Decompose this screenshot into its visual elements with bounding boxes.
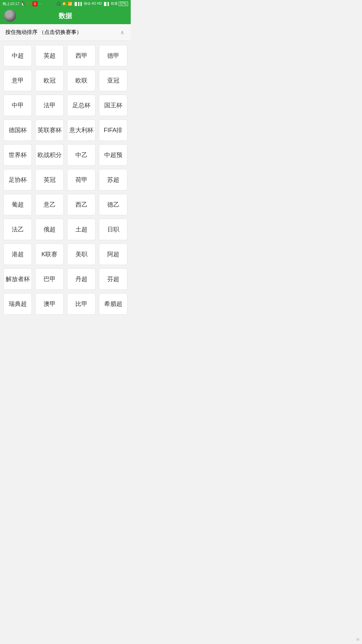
league-item[interactable]: 中超 — [3, 45, 32, 66]
app-icon-1: 🐧 — [20, 1, 25, 6]
league-item[interactable]: 丹超 — [67, 268, 96, 290]
league-item[interactable]: 瑞典超 — [3, 293, 32, 315]
league-item[interactable]: 荷甲 — [67, 169, 96, 191]
league-item[interactable]: FIFA排 — [99, 119, 127, 141]
league-item[interactable]: 西甲 — [67, 45, 96, 66]
league-item[interactable]: 意乙 — [35, 194, 64, 215]
avatar-image — [4, 10, 16, 22]
status-time: 晚上10:17 🐧 🌿 京 ··· — [3, 1, 42, 6]
sort-main-label: 按住拖动排序 — [5, 29, 38, 35]
league-item[interactable]: 足协杯 — [3, 169, 32, 191]
battery-icon: 57% — [119, 2, 128, 6]
league-item[interactable]: 解放者杯 — [3, 268, 32, 290]
league-item[interactable]: 希腊超 — [99, 293, 127, 315]
league-item[interactable]: 美职 — [67, 244, 96, 265]
league-grid: 中超英超西甲德甲意甲欧冠欧联亚冠中甲法甲足总杯国王杯德国杯英联赛杯意大利杯FIF… — [0, 41, 131, 319]
league-item[interactable]: 俄超 — [35, 219, 64, 240]
ellipsis: ··· — [39, 2, 42, 6]
time-display: 晚上10:17 — [3, 1, 19, 6]
league-item[interactable]: 世界杯 — [3, 144, 32, 166]
league-item[interactable]: 中乙 — [67, 144, 96, 166]
league-item[interactable]: 德国杯 — [3, 119, 32, 141]
league-item[interactable]: 西乙 — [67, 194, 96, 215]
league-item[interactable]: 中超预 — [99, 144, 127, 166]
league-item[interactable]: 法乙 — [3, 219, 32, 240]
alarm-icon: 🔔 — [62, 2, 67, 6]
league-item[interactable]: 足总杯 — [67, 95, 96, 116]
collapse-icon[interactable]: ∧ — [119, 30, 125, 36]
league-item[interactable]: 比甲 — [67, 293, 96, 315]
league-item[interactable]: 澳甲 — [35, 293, 64, 315]
league-item[interactable]: 欧战积分 — [35, 144, 64, 166]
league-item[interactable]: 巴甲 — [35, 268, 64, 290]
league-item[interactable]: K联赛 — [35, 244, 64, 265]
sort-bar: 按住拖动排序 （点击切换赛事） ∧ — [0, 24, 131, 41]
league-item[interactable]: 欧冠 — [35, 70, 64, 91]
league-item[interactable]: 港超 — [3, 244, 32, 265]
avatar[interactable] — [4, 10, 16, 22]
league-item[interactable]: 土超 — [67, 219, 96, 240]
league-item[interactable]: 亚冠 — [99, 70, 127, 91]
league-item[interactable]: 意大利杯 — [67, 119, 96, 141]
league-item[interactable]: 德乙 — [99, 194, 127, 215]
sort-hint: （点击切换赛事） — [39, 29, 82, 35]
league-item[interactable]: 英联赛杯 — [35, 119, 64, 141]
league-item[interactable]: 芬超 — [99, 268, 127, 290]
app-header: 数据 — [0, 7, 131, 24]
league-item[interactable]: 英超 — [35, 45, 64, 66]
headphone-icon: 🎧 — [56, 2, 61, 6]
wifi-icon: 📶 — [68, 2, 72, 6]
page-title: 数据 — [59, 11, 72, 20]
league-item[interactable]: 国王杯 — [99, 95, 127, 116]
league-item[interactable]: 中甲 — [3, 95, 32, 116]
league-item[interactable]: 德甲 — [99, 45, 127, 66]
league-item[interactable]: 意甲 — [3, 70, 32, 91]
app-icon-3: 京 — [33, 1, 38, 6]
league-item[interactable]: 阿超 — [99, 244, 127, 265]
league-item[interactable]: 葡超 — [3, 194, 32, 215]
league-item[interactable]: 日职 — [99, 219, 127, 240]
league-item[interactable]: 英冠 — [35, 169, 64, 191]
status-bar: 晚上10:17 🐧 🌿 京 ··· 🎧 🔔 📶 ▐▌▌▌ 移动 4G HD ▐▌… — [0, 0, 131, 7]
carrier-info: 移动 4G HD — [84, 1, 102, 6]
league-item[interactable]: 苏超 — [99, 169, 127, 191]
signal-icon-2: ▐▌▌ — [103, 2, 110, 6]
sort-label-container: 按住拖动排序 （点击切换赛事） — [5, 29, 82, 36]
signal-icon: ▐▌▌▌ — [73, 2, 83, 6]
carrier-2: 联通 — [111, 1, 118, 6]
league-item[interactable]: 法甲 — [35, 95, 64, 116]
status-indicators: 🎧 🔔 📶 ▐▌▌▌ 移动 4G HD ▐▌▌ 联通 57% — [56, 1, 128, 6]
app-icon-2: 🌿 — [26, 1, 32, 6]
league-item[interactable]: 欧联 — [67, 70, 96, 91]
